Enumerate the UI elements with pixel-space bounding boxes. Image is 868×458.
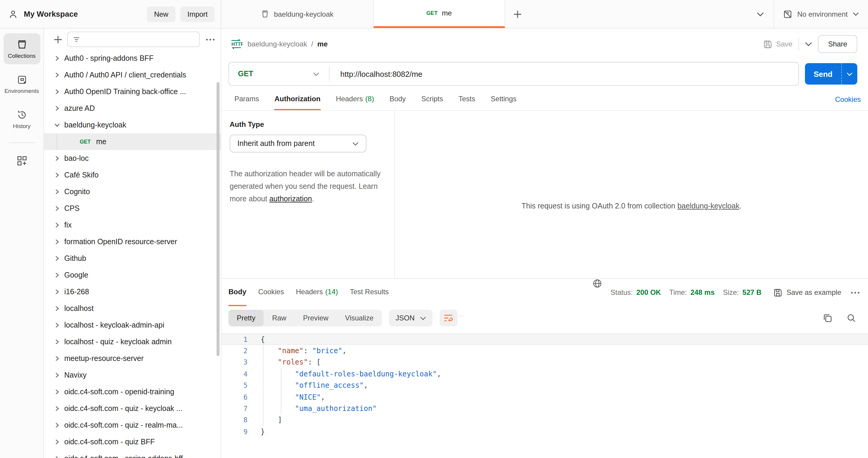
sidebar-item-localhost-keycloak-admin-api[interactable]: localhost - keycloak-admin-api [44,317,221,334]
view-mode-pretty[interactable]: Pretty [228,310,264,326]
url-input[interactable]: http://localhost:8082/me [330,69,798,78]
chevron-right-icon[interactable] [54,239,60,245]
wrap-text-button[interactable] [440,310,458,326]
sidebar-scrollbar[interactable] [217,82,220,356]
send-label[interactable]: Send [805,63,841,85]
tab-tests[interactable]: Tests [459,88,475,110]
environment-selector[interactable]: No environment [774,0,868,28]
import-button[interactable]: Import [180,6,215,22]
chevron-down-icon[interactable] [54,122,60,128]
sidebar-item-github[interactable]: Github [44,250,221,267]
chevron-right-icon[interactable] [54,289,60,295]
globe-icon[interactable] [593,279,602,306]
sidebar-item-oidc-c4-soft-com-quiz-keycloak-[interactable]: oidc.c4-soft.com - quiz - keycloak ... [44,400,221,417]
view-mode-raw[interactable]: Raw [264,310,295,326]
search-icon[interactable] [846,313,856,323]
sidebar-item-oidc-c4-soft-com-quiz-bff[interactable]: oidc.c4-soft.com - quiz BFF [44,434,221,450]
sidebar-item-auth0-openid-training-back-office-[interactable]: Auth0 OpenID Training back-office ... [44,83,221,100]
sidebar-request-me[interactable]: GETme [44,134,221,150]
authorization-link[interactable]: authorization [269,195,312,203]
chevron-right-icon[interactable] [54,439,60,445]
chevron-right-icon[interactable] [54,256,60,261]
tab-headers[interactable]: Headers(8) [336,88,374,110]
sidebar-more-icon[interactable] [206,38,215,41]
share-button[interactable]: Share [818,35,857,53]
add-collection-icon[interactable] [54,35,62,44]
user-icon[interactable] [8,9,18,19]
chevron-right-icon[interactable] [54,222,60,228]
time-badge[interactable]: Time: 248 ms [669,279,715,306]
chevron-right-icon[interactable] [54,106,60,111]
sidebar-item-localhost-quiz-keycloak-admin[interactable]: localhost - quiz - keycloak admin [44,334,221,350]
chevron-right-icon[interactable] [54,422,60,428]
chevron-right-icon[interactable] [54,456,60,458]
chevron-right-icon[interactable] [54,406,60,411]
sidebar-item-oidc-c4-soft-com-openid-training[interactable]: oidc.c4-soft.com - openid-training [44,383,221,400]
sidebar-item-navixy[interactable]: Navixy [44,367,221,383]
chevron-right-icon[interactable] [54,339,60,345]
size-badge[interactable]: Size: 527 B [723,279,761,306]
sidebar-item-caf-skifo[interactable]: Café Skifo [44,167,221,183]
sidebar-item-i16-268[interactable]: i16-268 [44,284,221,300]
tab-authorization[interactable]: Authorization [275,88,321,110]
sidebar-item-cognito[interactable]: Cognito [44,183,221,200]
response-body-editor[interactable]: 1{2 "name": "brice",3 "roles": [4 "defau… [221,330,868,437]
auth-type-select[interactable]: Inherit auth from parent [230,135,367,152]
format-selector[interactable]: JSON [389,310,433,326]
tab-scripts[interactable]: Scripts [421,88,443,110]
tab-baeldung-keycloak[interactable]: baeldung-keycloak [221,0,374,28]
response-tab-cookies[interactable]: Cookies [258,279,284,306]
chevron-right-icon[interactable] [54,372,60,378]
sidebar-item-oidc-c4-soft-com-spring-addons-bff[interactable]: oidc.c4-soft.com - spring-addons-bff [44,450,221,458]
tab-body[interactable]: Body [390,88,406,110]
new-button[interactable]: New [147,6,176,22]
sidebar-item-google[interactable]: Google [44,267,221,284]
view-mode-preview[interactable]: Preview [295,310,337,326]
tab-me[interactable]: GETme [374,0,505,28]
cookies-link[interactable]: Cookies [835,88,861,110]
rail-item-collections[interactable]: Collections [3,33,40,64]
tab-overflow-chevron-icon[interactable] [747,0,774,28]
save-options-chevron-icon[interactable] [805,42,812,47]
send-options-chevron-icon[interactable] [841,63,857,85]
sidebar-item-localhost[interactable]: localhost [44,300,221,317]
sidebar-item-auth0-spring-addons-bff[interactable]: Auth0 - spring-addons BFF [44,50,221,67]
view-mode-visualize[interactable]: Visualize [337,310,382,326]
chevron-right-icon[interactable] [54,172,60,178]
apps-plus-icon[interactable] [3,150,40,172]
new-tab-button[interactable] [505,0,530,28]
sidebar-item-baeldung-keycloak[interactable]: baeldung-keycloak [44,117,221,134]
breadcrumb-collection[interactable]: baeldung-keycloak [247,40,307,48]
sidebar-item-bao-loc[interactable]: bao-loc [44,150,221,167]
chevron-right-icon[interactable] [54,55,60,61]
sidebar-item-azure-ad[interactable]: azure AD [44,100,221,117]
tab-params[interactable]: Params [235,88,259,110]
chevron-right-icon[interactable] [54,89,60,95]
rail-item-environments[interactable]: Environments [3,68,40,99]
chevron-right-icon[interactable] [54,389,60,395]
tab-settings[interactable]: Settings [491,88,517,110]
sidebar-item-meetup-resource-server[interactable]: meetup-resource-server [44,350,221,367]
rail-item-history[interactable]: History [3,104,40,135]
status-badge[interactable]: Status: 200 OK [610,279,661,306]
chevron-right-icon[interactable] [54,272,60,278]
sidebar-item-fix[interactable]: fix [44,217,221,233]
save-as-example-button[interactable]: Save as example [773,279,841,306]
sidebar-item-formation-openid-resource-server[interactable]: formation OpenID resource-server [44,233,221,250]
send-button[interactable]: Send [805,63,857,85]
copy-icon[interactable] [823,313,832,323]
response-more-icon[interactable] [851,279,860,306]
sidebar-item-oidc-c4-soft-com-quiz-realm-ma-[interactable]: oidc.c4-soft.com - quiz - realm-ma... [44,417,221,434]
response-tab-test-results[interactable]: Test Results [350,279,389,306]
chevron-right-icon[interactable] [54,189,60,195]
sidebar-item-auth0-auth0-api-client-credentials[interactable]: Auth0 / Auth0 API / client_credentials [44,67,221,83]
chevron-right-icon[interactable] [54,155,60,162]
breadcrumb-request[interactable]: me [317,40,328,48]
response-tab-body[interactable]: Body [228,279,246,306]
chevron-right-icon[interactable] [54,72,60,78]
save-button[interactable]: Save [763,39,793,49]
sidebar-item-cps[interactable]: CPS [44,200,221,217]
method-selector[interactable]: GET [229,70,329,78]
sidebar-filter-input[interactable] [67,32,200,47]
workspace-title[interactable]: My Workspace [24,9,142,19]
